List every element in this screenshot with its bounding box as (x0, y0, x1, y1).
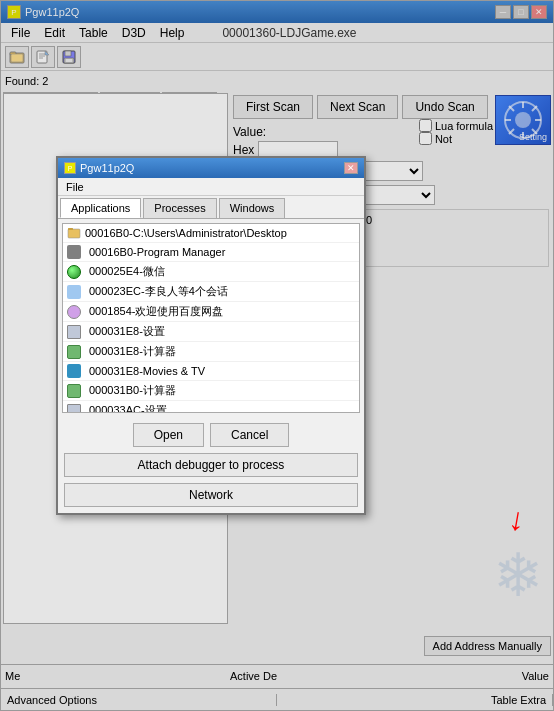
list-item[interactable]: 000023EC-李良人等4个会话 (63, 282, 359, 302)
tab-applications[interactable]: Applications (60, 198, 141, 218)
modal-close-button[interactable]: ✕ (344, 162, 358, 174)
tabs-container: Applications Processes Windows (58, 196, 364, 219)
modal-title-left: P Pgw11p2Q (64, 162, 134, 174)
modal-title-bar: P Pgw11p2Q ✕ (58, 158, 364, 178)
attach-debugger-button[interactable]: Attach debugger to process (64, 453, 358, 477)
tab-windows[interactable]: Windows (219, 198, 286, 218)
list-item[interactable]: 00016B0-C:\Users\Administrator\Desktop (63, 224, 359, 243)
list-item[interactable]: 000033AC-设置 (63, 401, 359, 413)
svg-rect-23 (68, 228, 73, 230)
cancel-button[interactable]: Cancel (210, 423, 289, 447)
list-item[interactable]: 000031E8-Movies & TV (63, 362, 359, 381)
network-button[interactable]: Network (64, 483, 358, 507)
main-window: P Pgw11p2Q ─ □ ✕ File Edit Table D3D Hel… (0, 0, 554, 711)
modal-file-menu[interactable]: File (62, 180, 88, 194)
modal-title: Pgw11p2Q (80, 162, 134, 174)
list-item[interactable]: 000031E8-计算器 (63, 342, 359, 362)
tab-processes[interactable]: Processes (143, 198, 216, 218)
process-dialog: P Pgw11p2Q ✕ File Applications Processes… (56, 156, 366, 515)
list-item[interactable]: 00016B0-Program Manager (63, 243, 359, 262)
open-process-button[interactable]: Open (133, 423, 204, 447)
list-item[interactable]: 000031E8-设置 (63, 322, 359, 342)
list-item[interactable]: 000031B0-计算器 (63, 381, 359, 401)
list-item[interactable]: 000025E4-微信 (63, 262, 359, 282)
modal-menu: File (58, 178, 364, 196)
modal-action-buttons: Open Cancel (58, 417, 364, 453)
process-list: 00016B0-C:\Users\Administrator\Desktop 0… (62, 223, 360, 413)
svg-rect-22 (68, 229, 80, 238)
list-item[interactable]: 0001854-欢迎使用百度网盘 (63, 302, 359, 322)
modal-app-icon: P (64, 162, 76, 174)
